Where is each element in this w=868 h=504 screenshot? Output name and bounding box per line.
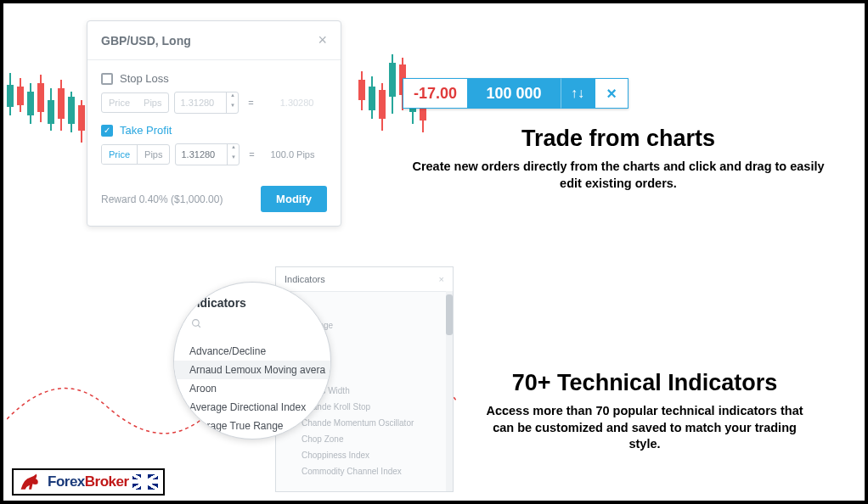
take-profit-label: Take Profit xyxy=(120,124,172,137)
modify-order-dialog: GBP/USD, Long × Stop Loss Price Pips 1.3… xyxy=(87,20,341,227)
chevron-up-icon: ▲ xyxy=(227,92,238,103)
swap-arrows-icon[interactable]: ↑↓ xyxy=(561,78,595,109)
tp-value-input[interactable]: 1.31280 ▲▼ xyxy=(175,143,240,165)
forexbroker-logo: ForexBroker xyxy=(12,468,165,496)
indicators-title: Indicators xyxy=(189,296,315,310)
stop-loss-label: Stop Loss xyxy=(120,72,169,85)
kangaroo-icon xyxy=(19,473,44,491)
pnl-value: -17.00 xyxy=(403,78,467,109)
indicators-panel-title: Indicators xyxy=(285,274,325,284)
section-title: 70+ Technical Indicators xyxy=(479,370,810,396)
svg-point-0 xyxy=(193,320,200,327)
modify-button[interactable]: Modify xyxy=(261,186,327,212)
section-body: Create new orders directly from the char… xyxy=(406,159,831,192)
close-icon[interactable]: × xyxy=(595,78,628,109)
tp-price-pips-toggle[interactable]: Price Pips xyxy=(101,144,170,165)
chevron-down-icon: ▼ xyxy=(228,154,239,165)
trade-strip: -17.00 100 000 ↑↓ × xyxy=(403,78,628,109)
sl-price-pips-toggle[interactable]: Price Pips xyxy=(101,92,169,113)
section-title: Trade from charts xyxy=(406,126,831,152)
chevron-up-icon: ▲ xyxy=(228,144,239,154)
chevron-down-icon: ▼ xyxy=(227,103,238,113)
svg-line-1 xyxy=(198,325,200,328)
stop-loss-checkbox[interactable] xyxy=(101,73,113,85)
reward-text: Reward 0.40% ($1,000.00) xyxy=(101,193,223,205)
section-body: Access more than 70 popular technical in… xyxy=(479,403,810,453)
indicators-magnified-list[interactable]: Advance/Decline Arnaud Lemoux Moving ave… xyxy=(189,342,315,435)
close-icon[interactable]: × xyxy=(439,274,444,284)
indicators-magnifier: Indicators Advance/Decline Arnaud Lemoux… xyxy=(173,282,331,440)
section-technical-indicators: 70+ Technical Indicators Access more tha… xyxy=(479,370,810,453)
dialog-title: GBP/USD, Long xyxy=(101,34,191,48)
section-trade-from-charts: Trade from charts Create new orders dire… xyxy=(406,126,831,192)
sl-output: 1.30280 xyxy=(262,98,313,108)
scrollbar[interactable] xyxy=(446,291,453,491)
search-icon[interactable] xyxy=(189,318,315,332)
sl-value-input[interactable]: 1.31280 ▲▼ xyxy=(174,92,239,114)
close-icon[interactable]: × xyxy=(318,31,327,49)
tp-output: 100.0 Pips xyxy=(263,149,314,160)
au-flag-icon xyxy=(132,474,158,490)
take-profit-checkbox[interactable]: ✓ xyxy=(101,125,113,137)
amount-value: 100 000 xyxy=(467,78,561,109)
